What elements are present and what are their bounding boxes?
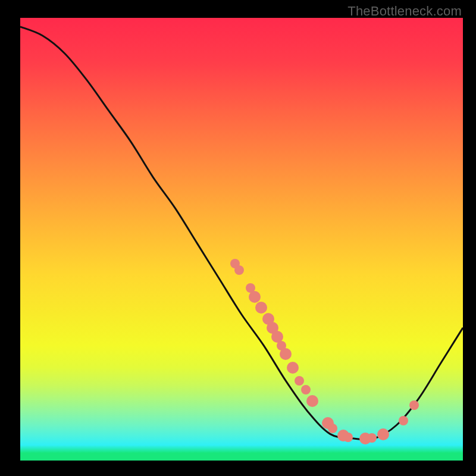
- curve-path: [20, 27, 463, 440]
- data-marker: [399, 416, 408, 425]
- data-marker: [301, 385, 311, 394]
- bottleneck-curve: [20, 18, 463, 461]
- chart-stage: TheBottleneck.com: [0, 0, 476, 476]
- attribution-text: TheBottleneck.com: [347, 4, 462, 19]
- data-marker: [249, 291, 261, 303]
- data-marker: [306, 395, 318, 407]
- data-marker: [287, 362, 299, 374]
- plot-area: [20, 18, 463, 461]
- data-marker: [328, 424, 337, 433]
- data-marker: [295, 376, 304, 386]
- data-marker: [343, 433, 353, 442]
